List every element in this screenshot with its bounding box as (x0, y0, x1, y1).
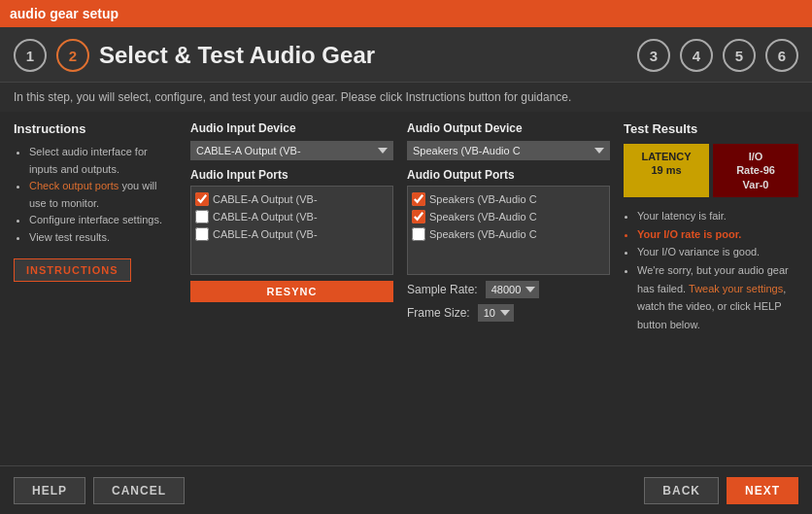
io-badge: I/O Rate-96 Var-0 (713, 144, 798, 197)
result-io-var: Your I/O variance is good. (637, 243, 798, 261)
output-port-3-checkbox[interactable] (412, 227, 425, 241)
audio-output-column: Audio Output Device Speakers (VB-Audio C… (407, 121, 610, 449)
sample-rate-select[interactable]: 48000 (486, 281, 539, 298)
step-title: Select & Test Audio Gear (99, 42, 627, 69)
audio-output-ports-list: Speakers (VB-Audio C Speakers (VB-Audio … (407, 186, 610, 275)
audio-input-heading: Audio Input Device (190, 121, 393, 135)
output-port-3: Speakers (VB-Audio C (412, 225, 605, 243)
output-port-1-label: Speakers (VB-Audio C (429, 193, 537, 205)
output-port-1: Speakers (VB-Audio C (412, 190, 605, 208)
latency-value: 19 ms (633, 163, 699, 177)
title-bar: audio gear setup (0, 0, 812, 27)
help-button[interactable]: HELP (14, 477, 85, 504)
output-port-3-label: Speakers (VB-Audio C (429, 228, 537, 240)
frame-size-select[interactable]: 10 (478, 304, 514, 322)
main-content: Instructions Select audio interface for … (0, 112, 812, 459)
step-4[interactable]: 4 (680, 39, 713, 72)
input-port-3: CABLE-A Output (VB- (195, 225, 389, 243)
test-results-column: Test Results LATENCY 19 ms I/O Rate-96 V… (624, 121, 798, 449)
result-latency: Your latency is fair. (637, 207, 798, 225)
instruction-line: In this step, you will select, configure… (0, 83, 812, 112)
step-1[interactable]: 1 (14, 39, 47, 72)
next-button[interactable]: NEXT (727, 477, 798, 504)
sample-rate-label: Sample Rate: (407, 283, 478, 296)
instruction-item-1: Select audio interface for inputs and ou… (29, 144, 177, 178)
output-port-2-checkbox[interactable] (412, 210, 425, 223)
instructions-list: Select audio interface for inputs and ou… (14, 144, 177, 247)
frame-size-label: Frame Size: (407, 306, 470, 320)
frame-size-row: Frame Size: 10 (407, 304, 610, 322)
tweak-link[interactable]: Tweak your settings (689, 283, 783, 294)
step-header: 1 2 Select & Test Audio Gear 3 4 5 6 (0, 27, 812, 83)
latency-label: LATENCY (633, 150, 699, 163)
audio-output-device-select[interactable]: Speakers (VB-Audio C (407, 141, 610, 160)
input-port-2: CABLE-A Output (VB- (195, 208, 389, 225)
instruction-item-4: View test results. (29, 229, 177, 247)
input-port-1-checkbox[interactable] (195, 192, 209, 206)
step-6[interactable]: 6 (765, 39, 798, 72)
bottom-bar: HELP CANCEL BACK NEXT (0, 465, 812, 514)
sample-rate-row: Sample Rate: 48000 (407, 281, 610, 298)
input-port-2-label: CABLE-A Output (VB- (213, 211, 318, 223)
test-results-heading: Test Results (624, 121, 798, 136)
resync-button[interactable]: RESYNC (190, 281, 393, 302)
io-label: I/O (723, 150, 789, 163)
output-port-2-label: Speakers (VB-Audio C (429, 211, 537, 223)
io-var: Var-0 (723, 178, 789, 191)
input-port-1-label: CABLE-A Output (VB- (213, 193, 318, 205)
bottom-right-buttons: BACK NEXT (644, 477, 798, 504)
output-port-1-checkbox[interactable] (412, 192, 425, 206)
step-5[interactable]: 5 (723, 39, 756, 72)
audio-input-column: Audio Input Device CABLE-A Output (VB- A… (190, 121, 393, 449)
audio-input-device-select[interactable]: CABLE-A Output (VB- (190, 141, 393, 160)
input-port-1: CABLE-A Output (VB- (195, 190, 389, 208)
output-port-2: Speakers (VB-Audio C (412, 208, 605, 225)
instructions-button[interactable]: INSTRUCTIONS (14, 258, 131, 282)
instructions-heading: Instructions (14, 121, 177, 136)
result-io-rate: Your I/O rate is poor. (637, 225, 798, 244)
result-failure: We're sorry, but your audio gear has fai… (637, 261, 798, 334)
title-text: audio gear setup (10, 6, 118, 21)
step-3[interactable]: 3 (637, 39, 670, 72)
io-rate: Rate-96 (723, 163, 789, 177)
instruction-item-3: Configure interface settings. (29, 212, 177, 229)
audio-output-heading: Audio Output Device (407, 121, 610, 135)
instructions-column: Instructions Select audio interface for … (14, 121, 177, 449)
test-results-list: Your latency is fair. Your I/O rate is p… (624, 207, 798, 334)
back-button[interactable]: BACK (644, 477, 719, 504)
latency-badge: LATENCY 19 ms (624, 144, 709, 197)
input-port-2-checkbox[interactable] (195, 210, 209, 223)
cancel-button[interactable]: CANCEL (93, 477, 185, 504)
audio-input-ports-label: Audio Input Ports (190, 168, 393, 182)
instruction-item-2: Check output ports you will use to monit… (29, 178, 177, 212)
audio-output-ports-label: Audio Output Ports (407, 168, 610, 182)
step-2[interactable]: 2 (56, 39, 89, 72)
input-port-3-checkbox[interactable] (195, 227, 209, 241)
input-port-3-label: CABLE-A Output (VB- (213, 228, 318, 240)
test-badges: LATENCY 19 ms I/O Rate-96 Var-0 (624, 144, 798, 197)
bottom-left-buttons: HELP CANCEL (14, 477, 185, 504)
audio-input-ports-list: CABLE-A Output (VB- CABLE-A Output (VB- … (190, 186, 393, 275)
